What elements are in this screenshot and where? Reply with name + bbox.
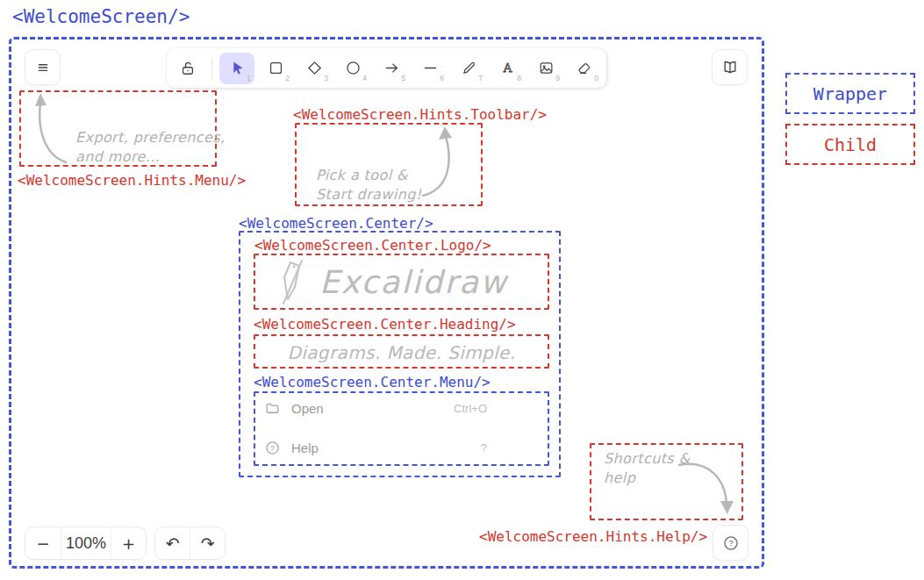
tool-shortcut-number: 8 [517, 74, 521, 82]
tool-rectangle[interactable]: 2 [258, 53, 293, 84]
selection-cursor-icon [229, 60, 246, 76]
unlocked-padlock-icon [179, 60, 197, 77]
legend-wrapper-label: Wrapper [813, 83, 887, 104]
legend-wrapper-box: Wrapper [785, 73, 915, 114]
image-icon [538, 60, 555, 76]
legend-child-label: Child [824, 134, 877, 155]
zoom-in-button[interactable]: + [111, 527, 146, 559]
zoom-out-button[interactable]: − [25, 527, 61, 559]
text-tool-icon: A [499, 60, 516, 76]
menu-item-shortcut: Ctrl+O [454, 402, 519, 415]
hints-help-label: <WelcomeScreen.Hints.Help/> [479, 529, 707, 545]
library-button[interactable] [712, 49, 748, 85]
menu-item-open[interactable]: Open Ctrl+O [264, 397, 519, 419]
center-heading-label: <WelcomeScreen.Center.Heading/> [254, 317, 516, 333]
legend-child-box: Child [785, 124, 915, 165]
tool-shortcut-number: 1 [247, 74, 251, 82]
folder-icon [264, 400, 281, 417]
redo-icon: ↷ [201, 533, 215, 553]
hint-toolbar-line2: Start drawing! [316, 185, 422, 204]
tool-image[interactable]: 9 [528, 53, 563, 84]
hint-menu-line1: Export, preferences, [75, 128, 226, 147]
line-icon [422, 60, 439, 76]
docs-figure: <WelcomeScreen/> [0, 0, 924, 580]
center-menu-label: <WelcomeScreen.Center.Menu/> [254, 375, 491, 390]
diamond-icon [306, 60, 323, 76]
tool-toolbar: 1 2 3 4 [167, 48, 606, 88]
center-logo-label: <WelcomeScreen.Center.Logo/> [254, 238, 491, 254]
toolbar-divider [211, 58, 212, 79]
minus-icon: − [36, 534, 49, 553]
tool-shortcut-number: 0 [594, 74, 598, 82]
menu-item-shortcut: ? [481, 441, 519, 455]
pencil-icon [461, 60, 477, 76]
hint-toolbar-text: Pick a tool & Start drawing! [316, 166, 422, 204]
hint-menu-text: Export, preferences, and more... [75, 128, 226, 166]
hint-help-line2: help [604, 469, 690, 488]
help-circle-icon: ? [264, 440, 281, 456]
main-menu-button[interactable] [25, 49, 61, 85]
tool-text[interactable]: A 8 [490, 53, 525, 84]
arrow-icon [383, 60, 400, 76]
undo-redo-controls: ↶ ↷ [154, 526, 226, 560]
tool-shortcut-number: 6 [440, 74, 444, 82]
tool-arrow[interactable]: 5 [374, 53, 409, 84]
hints-menu-label: <WelcomeScreen.Hints.Menu/> [18, 173, 246, 189]
svg-text:?: ? [728, 539, 733, 548]
center-label: <WelcomeScreen.Center/> [239, 216, 433, 232]
tool-shortcut-number: 9 [555, 74, 560, 82]
undo-icon: ↶ [166, 533, 180, 553]
ellipse-icon [345, 60, 362, 76]
plus-icon: + [122, 534, 135, 553]
tool-draw[interactable]: 7 [451, 53, 486, 84]
tool-line[interactable]: 6 [412, 53, 448, 84]
hamburger-icon [34, 59, 52, 76]
excalidraw-logo: Excalidraw [277, 257, 541, 308]
tool-selection[interactable]: 1 [219, 53, 254, 84]
question-circle-icon: ? [722, 534, 740, 552]
eraser-icon [577, 60, 593, 76]
hint-help-line1: Shortcuts & [604, 449, 690, 469]
hint-menu-line2: and more... [75, 147, 226, 167]
tool-eraser[interactable]: 0 [567, 53, 602, 84]
lock-tool-button[interactable] [171, 53, 204, 84]
tool-shortcut-number: 2 [285, 74, 290, 82]
tool-shortcut-number: 5 [401, 74, 405, 82]
open-book-icon [721, 59, 739, 76]
hints-toolbar-label: <WelcomeScreen.Hints.Toolbar/> [293, 107, 547, 123]
welcomescreen-root-label: <WelcomeScreen/> [12, 7, 190, 27]
tool-shortcut-number: 4 [362, 74, 367, 82]
zoom-level[interactable]: 100% [61, 527, 111, 559]
menu-item-label: Help [291, 440, 319, 455]
excalidraw-pencil-icon [277, 258, 307, 307]
menu-item-label: Open [291, 401, 324, 416]
redo-button[interactable]: ↷ [190, 527, 225, 559]
help-button[interactable]: ? [713, 525, 749, 561]
hint-toolbar-line1: Pick a tool & [316, 166, 422, 185]
welcome-heading: Diagrams. Made. Simple. [254, 341, 549, 365]
zoom-controls: − 100% + [25, 526, 147, 560]
excalidraw-logo-text: Excalidraw [319, 261, 507, 304]
svg-text:A: A [502, 61, 512, 75]
svg-text:?: ? [270, 443, 275, 452]
hint-help-text: Shortcuts & help [604, 449, 690, 487]
tool-diamond[interactable]: 3 [297, 53, 332, 84]
undo-button[interactable]: ↶ [155, 527, 190, 559]
tool-ellipse[interactable]: 4 [335, 53, 370, 84]
tool-shortcut-number: 3 [324, 74, 328, 82]
menu-item-help[interactable]: ? Help ? [264, 437, 519, 458]
rectangle-icon [268, 60, 284, 76]
tool-shortcut-number: 7 [478, 74, 483, 82]
